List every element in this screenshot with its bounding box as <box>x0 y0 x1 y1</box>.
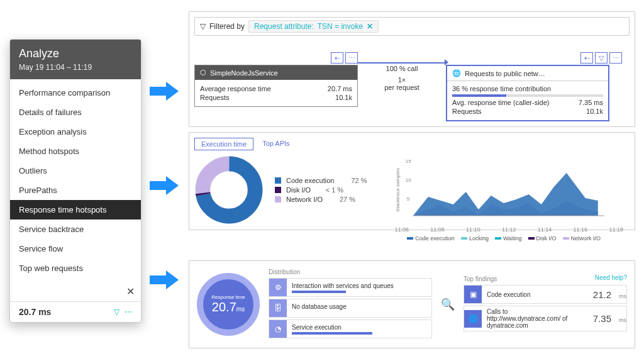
svg-marker-0 <box>150 82 179 101</box>
target-service-name: Requests to public netw… <box>465 70 545 77</box>
x-tick: 11:18 <box>609 226 623 233</box>
legend-net-value: 27 % <box>334 196 355 203</box>
more-icon[interactable]: ⋯ <box>345 52 358 64</box>
help-link[interactable]: Need help? <box>595 274 627 281</box>
stacktrace-chart: Stacktrace samples 15 10 5 11:06 11:08 1… <box>378 155 630 225</box>
globe-icon: 🌐 <box>452 69 461 77</box>
target-service-card[interactable]: 🌐Requests to public netw… 36 % response … <box>446 65 609 121</box>
legend-disk-value: < 1 % <box>322 186 343 194</box>
dist-label: Service execution <box>292 324 341 331</box>
dist-row-database[interactable]: 🗄 No database usage <box>269 299 432 318</box>
req-value: 10.1k <box>335 94 352 101</box>
finding-row-calls[interactable]: 🌐 Calls to http://www.dynatrace.com/ of … <box>464 306 627 331</box>
circle-unit: ms <box>236 306 245 313</box>
finding-row-code[interactable]: ▣ Code execution 21.2ms <box>464 285 627 304</box>
dist-row-services[interactable]: ⚙ Interaction with services and queues <box>269 278 432 297</box>
analyze-time-range: May 19 11:04 – 11:19 <box>19 63 132 72</box>
clock-icon: ◔ <box>269 320 287 338</box>
funnel-icon: ▽ <box>200 22 206 31</box>
finding-label: Calls to http://www.dynatrace.com/ of dy… <box>482 306 587 331</box>
distribution-findings-panel: Response time 20.7ms Distribution ⚙ Inte… <box>189 260 635 348</box>
filter-icon[interactable]: ▽ <box>114 308 119 316</box>
menu-service-backtrace[interactable]: Service backtrace <box>10 219 141 239</box>
filter-chip-prefix: Request attribute: <box>254 22 314 31</box>
execution-time-panel: Execution time Top APIs Code execution72… <box>189 132 635 230</box>
circle-label: Response time <box>211 294 245 300</box>
call-per-label: per request <box>358 84 446 91</box>
legend-net-label: Network I/O <box>286 196 323 203</box>
swatch-icon <box>275 187 281 193</box>
menu-exception-analysis[interactable]: Exception analysis <box>10 122 141 142</box>
trace-icon[interactable]: ⇠ <box>331 52 343 64</box>
donut-legend: Code execution72 % Disk I/O< 1 % Network… <box>275 175 367 205</box>
finding-unit: ms <box>619 293 626 299</box>
cpu-icon: ▣ <box>464 286 482 303</box>
arrow-icon <box>150 82 179 101</box>
finding-value: 21.2 <box>587 289 618 300</box>
dist-label: Interaction with services and queues <box>292 282 394 289</box>
menu-performance-comparison[interactable]: Performance comparison <box>10 83 141 103</box>
gear-icon: ⚙ <box>269 279 287 296</box>
finding-value: 7.35 <box>587 313 618 324</box>
menu-purepaths[interactable]: PurePaths <box>10 181 141 200</box>
tab-top-apis[interactable]: Top APIs <box>256 138 296 150</box>
analyze-header: Analyze May 19 11:04 – 11:19 <box>10 40 141 79</box>
arrow-icon <box>150 176 179 195</box>
more-icon[interactable]: ⋯ <box>125 308 132 316</box>
close-icon[interactable]: ✕ <box>126 286 135 297</box>
source-service-card[interactable]: ⬡SimpleNodeJsService Average response ti… <box>194 65 358 107</box>
globe-icon: 🌐 <box>464 310 482 328</box>
req-label: Requests <box>200 94 229 101</box>
donut-chart <box>194 155 264 225</box>
x-tick: 11:12 <box>502 226 516 233</box>
distribution-title: Distribution <box>269 269 432 275</box>
svg-marker-1 <box>150 176 179 195</box>
bottom-bar: 20.7 ms ▽ ⋯ <box>10 301 141 322</box>
x-tick: 11:08 <box>430 226 445 233</box>
filter-chip-value: TSN = invoke <box>318 22 363 31</box>
filter-icon[interactable]: ▽ <box>595 52 608 64</box>
y-axis-label: Stacktrace samples <box>395 168 401 212</box>
menu-outliers[interactable]: Outliers <box>10 161 141 181</box>
x-tick: 11:14 <box>538 226 552 233</box>
filter-chip[interactable]: Request attribute: TSN = invoke ✕ <box>248 20 379 33</box>
finding-unit: ms <box>619 317 626 323</box>
dist-row-service-exec[interactable]: ◔ Service execution <box>269 319 432 338</box>
dist-label: No database usage <box>292 303 347 310</box>
call-per: 1× <box>358 76 446 84</box>
svg-marker-2 <box>150 270 179 289</box>
contrib-bar <box>452 94 603 97</box>
menu-service-flow[interactable]: Service flow <box>10 239 141 258</box>
tab-execution-time[interactable]: Execution time <box>194 138 253 150</box>
legend-disk-label: Disk I/O <box>286 186 311 194</box>
svg-text:15: 15 <box>406 158 411 164</box>
menu-details-failures[interactable]: Details of failures <box>10 103 141 122</box>
svg-text:5: 5 <box>407 196 410 202</box>
menu-method-hotspots[interactable]: Method hotspots <box>10 142 141 161</box>
more-icon[interactable]: ⋯ <box>609 52 622 64</box>
menu-response-time-hotspots[interactable]: Response time hotspots <box>10 200 141 219</box>
legend-item: Waiting <box>503 235 522 242</box>
target-req-label: Requests <box>452 108 481 115</box>
magnifier-icon[interactable]: 🔍 <box>441 297 455 311</box>
target-avg-value: 7.35 ms <box>579 99 603 106</box>
legend-item: Locking <box>469 235 489 242</box>
analyze-panel: Analyze May 19 11:04 – 11:19 Performance… <box>9 39 142 323</box>
filter-bar[interactable]: ▽ Filtered by Request attribute: TSN = i… <box>194 17 630 36</box>
x-tick: 11:10 <box>466 226 480 233</box>
chip-close-icon[interactable]: ✕ <box>367 22 373 31</box>
database-icon: 🗄 <box>269 299 287 317</box>
analyze-title: Analyze <box>19 47 132 60</box>
source-service-name: SimpleNodeJsService <box>210 69 278 77</box>
service-flow-panel: ▽ Filtered by Request attribute: TSN = i… <box>189 11 635 127</box>
svg-text:10: 10 <box>406 177 411 183</box>
circle-value: 20.7 <box>212 300 236 314</box>
legend-item: Code execution <box>415 235 455 242</box>
x-tick: 11:16 <box>574 226 588 233</box>
legend-item: Network I/O <box>571 235 601 242</box>
menu-top-web-requests[interactable]: Top web requests <box>10 258 141 278</box>
legend-item: Disk I/O <box>536 235 557 242</box>
trace-icon[interactable]: ⇠ <box>580 52 593 64</box>
call-edge: 100 % call 1× per request <box>358 52 446 91</box>
target-req-value: 10.1k <box>586 108 603 115</box>
